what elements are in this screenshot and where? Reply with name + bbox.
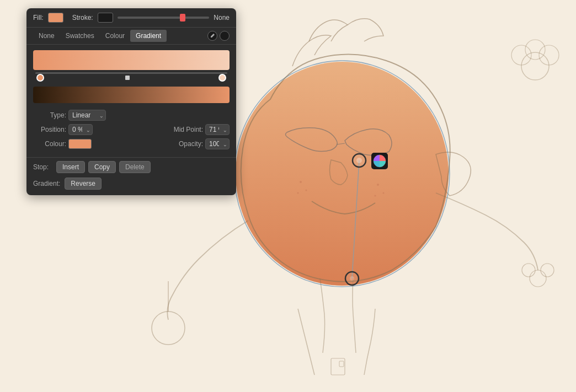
svg-rect-18 [339,361,344,367]
gradient-label: Gradient: [33,180,60,187]
midpoint-label: Mid Point: [164,126,203,133]
midpoint-select-wrapper[interactable]: 71 % [205,124,230,135]
svg-point-9 [152,312,185,345]
stroke-slider[interactable] [118,13,210,23]
svg-point-1 [234,61,450,287]
svg-point-16 [525,40,545,60]
type-label: Type: [33,111,66,119]
svg-point-7 [383,192,385,194]
colour-circle[interactable] [220,31,230,41]
svg-point-23 [350,276,354,281]
tabs-row: None Swatches Colour Gradient [26,28,236,45]
gradient-stop-left[interactable] [36,74,44,82]
tab-colour[interactable]: Colour [100,30,130,42]
position-midpoint-row: Position: 0 % Mid Point: 71 % [33,124,230,135]
gradient-preview-area [26,45,236,87]
fill-swatch[interactable] [48,13,63,23]
svg-point-10 [530,270,546,287]
svg-point-13 [521,52,549,80]
svg-rect-24 [371,153,388,169]
stroke-label: Stroke: [72,14,93,22]
delete-button[interactable]: Delete [119,161,151,173]
svg-point-3 [300,181,302,183]
svg-point-6 [377,184,379,186]
type-select[interactable]: Linear Radial Angular [68,110,106,121]
position-label: Position: [33,126,66,133]
gradient-reverse-row: Gradient: Reverse [26,176,236,195]
eyedropper-icon[interactable] [207,31,217,41]
gradient-stop-right[interactable] [218,74,226,82]
svg-point-2 [236,62,449,286]
none-label: None [214,14,230,22]
opacity-select-wrapper[interactable]: 100 % [205,138,230,149]
colour-label: Colour: [33,140,66,148]
fill-label: Fill: [33,14,44,22]
insert-button[interactable]: Insert [56,161,85,173]
type-row: Type: Linear Radial Angular [33,110,230,121]
colour-opacity-row: Colour: Opacity: 100 % [33,138,230,149]
svg-rect-17 [331,358,345,375]
tab-gradient[interactable]: Gradient [130,30,167,42]
stroke-swatch[interactable] [98,13,113,23]
tab-swatches[interactable]: Swatches [60,30,100,42]
tab-none[interactable]: None [33,30,60,42]
colour-swatch[interactable] [68,139,92,149]
form-section: Type: Linear Radial Angular Position: 0 … [26,108,236,157]
gradient-stop-mid[interactable] [125,76,130,80]
svg-point-22 [345,272,359,285]
svg-point-5 [297,192,299,194]
svg-line-19 [352,160,359,278]
type-select-wrapper[interactable]: Linear Radial Angular [68,110,106,121]
svg-point-21 [356,158,362,163]
svg-point-4 [306,190,307,191]
position-select[interactable]: 0 % [68,124,93,135]
svg-point-15 [539,45,559,65]
stop-label: Stop: [33,163,53,171]
svg-point-25 [374,155,386,167]
fill-stroke-bar: Fill: Stroke: None [26,8,236,28]
svg-point-11 [522,264,535,277]
svg-point-20 [353,154,366,167]
gradient-panel: Fill: Stroke: None None Swatches Colour … [26,8,236,195]
position-select-wrapper[interactable]: 0 % [68,124,93,135]
midpoint-select[interactable]: 71 % [205,124,230,135]
gradient-preview-bar [33,50,230,70]
copy-button[interactable]: Copy [88,161,116,173]
opacity-select[interactable]: 100 % [205,138,230,149]
reverse-button[interactable]: Reverse [65,178,102,190]
gradient-slider-row [33,72,230,83]
svg-point-12 [541,264,554,277]
svg-point-14 [511,45,531,65]
svg-point-8 [375,195,376,197]
gradient-dark-bar [33,87,230,103]
stop-row: Stop: Insert Copy Delete [26,160,236,176]
opacity-label: Opacity: [170,140,203,148]
